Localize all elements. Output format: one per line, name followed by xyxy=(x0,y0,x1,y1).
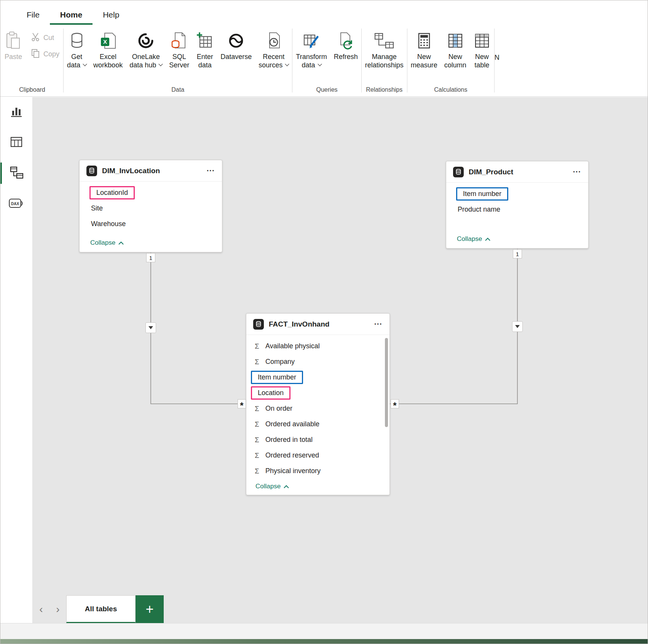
collapse-link[interactable]: Collapse xyxy=(80,239,222,252)
tab-scroll-right-button[interactable]: › xyxy=(49,595,66,623)
recent-sources-button[interactable]: Recent sources xyxy=(255,29,292,70)
report-view-button[interactable] xyxy=(0,97,32,128)
cut-icon xyxy=(31,32,40,43)
relationship-line-product-fact[interactable] xyxy=(390,249,517,404)
ribbon-group-clipboard: Paste Cut xyxy=(1,25,63,96)
field-row[interactable]: Σ Company xyxy=(246,354,389,370)
onelake-data-hub-button[interactable]: OneLake data hub xyxy=(126,29,166,70)
menu-home[interactable]: Home xyxy=(50,10,93,25)
field-row[interactable]: Location xyxy=(246,385,389,401)
field-row[interactable]: Σ Ordered in total xyxy=(246,432,389,448)
cut-button[interactable]: Cut xyxy=(31,32,59,43)
model-view-button[interactable] xyxy=(0,158,32,188)
tab-label: All tables xyxy=(85,605,117,613)
cardinality-text: * xyxy=(393,400,396,411)
field-row[interactable]: Σ On order xyxy=(246,401,389,416)
model-canvas[interactable]: DIM_InvLocation ••• LocationId Site Ware… xyxy=(33,97,648,623)
new-table-button[interactable]: New table xyxy=(470,29,494,70)
table-card-dim-product[interactable]: DIM_Product ••• Item number Product name… xyxy=(446,161,589,249)
relationship-direction-arrow[interactable] xyxy=(145,322,156,333)
button-label: Refresh xyxy=(334,53,358,61)
field-row[interactable]: LocationId xyxy=(80,185,222,201)
button-label: New xyxy=(475,53,489,61)
more-options-icon[interactable]: ••• xyxy=(573,169,581,175)
tab-all-tables[interactable]: All tables xyxy=(66,595,136,623)
field-list: LocationId Site Warehouse xyxy=(80,182,222,232)
table-card-header[interactable]: DIM_InvLocation ••• xyxy=(80,160,222,182)
new-measure-button[interactable]: New measure xyxy=(407,29,441,70)
dataverse-button[interactable]: Dataverse xyxy=(217,29,255,62)
table-card-header[interactable]: FACT_InvOnhand ••• xyxy=(246,314,389,335)
field-row[interactable]: Product name xyxy=(446,202,588,217)
relationships-group-label: Relationships xyxy=(362,86,407,96)
field-row[interactable]: Σ Ordered available xyxy=(246,416,389,432)
paste-button[interactable]: Paste xyxy=(1,29,26,62)
cardinality-one-label: 1 xyxy=(513,249,522,258)
field-label-highlighted[interactable]: Item number xyxy=(251,371,303,384)
button-label: relationships xyxy=(365,61,404,69)
get-data-button[interactable]: Get data xyxy=(64,29,90,70)
more-options-icon[interactable]: ••• xyxy=(207,168,215,174)
chevron-up-icon xyxy=(485,238,490,241)
transform-data-button[interactable]: Transform data xyxy=(292,29,330,70)
collapse-link[interactable]: Collapse xyxy=(246,483,389,495)
chevron-down-icon xyxy=(285,62,289,66)
field-label-highlighted[interactable]: LocationId xyxy=(89,186,135,199)
field-row[interactable]: Warehouse xyxy=(80,216,222,232)
field-label: Physical inventory xyxy=(265,467,321,475)
field-row[interactable]: Item number xyxy=(246,370,389,385)
field-row[interactable]: Item number xyxy=(446,186,588,202)
field-row[interactable]: Σ Physical inventory xyxy=(246,463,389,479)
sql-server-button[interactable]: SQL Server xyxy=(166,29,193,70)
cardinality-text: 1 xyxy=(149,255,152,261)
table-card-header[interactable]: DIM_Product ••• xyxy=(446,161,588,183)
excel-workbook-button[interactable]: X Excel workbook xyxy=(90,29,126,70)
relationship-direction-arrow[interactable] xyxy=(512,321,523,332)
tab-scroll-left-button[interactable]: ‹ xyxy=(33,595,49,623)
sigma-icon: Σ xyxy=(255,467,265,475)
table-card-dim-invlocation[interactable]: DIM_InvLocation ••• LocationId Site Ware… xyxy=(79,160,222,252)
field-row[interactable]: Σ Ordered reserved xyxy=(246,448,389,463)
status-bar xyxy=(0,623,648,639)
clipboard-group-label: Clipboard xyxy=(1,86,63,96)
collapse-label: Collapse xyxy=(457,235,482,243)
collapse-link[interactable]: Collapse xyxy=(446,235,588,248)
field-label: Ordered reserved xyxy=(265,451,319,459)
field-label: Product name xyxy=(458,206,500,214)
menu-file[interactable]: File xyxy=(16,10,50,25)
new-measure-icon xyxy=(415,30,433,50)
sigma-icon: Σ xyxy=(255,420,265,429)
relationship-line-invlocation-fact[interactable] xyxy=(151,253,246,404)
enter-data-button[interactable]: Enter data xyxy=(193,29,217,70)
table-view-button[interactable] xyxy=(0,128,32,158)
field-label: On order xyxy=(265,405,292,413)
field-label-highlighted[interactable]: Item number xyxy=(456,187,508,201)
button-label: data xyxy=(67,61,80,69)
calculations-group-label: Calculations xyxy=(407,86,494,96)
table-card-fact-invonhand[interactable]: FACT_InvOnhand ••• Σ Available physical … xyxy=(246,313,390,495)
button-label: Manage xyxy=(372,53,397,61)
copy-button[interactable]: Copy xyxy=(31,49,59,60)
refresh-button[interactable]: Refresh xyxy=(330,29,361,62)
menubar: File Home Help xyxy=(0,0,648,25)
dax-query-view-icon: DAX xyxy=(9,197,24,210)
field-list: Σ Available physical Σ Company Item numb… xyxy=(246,335,389,479)
ribbon-group-relationships: Manage relationships Relationships xyxy=(362,25,407,96)
sigma-icon: Σ xyxy=(255,436,265,444)
ribbon-group-queries: Transform data Refresh xyxy=(292,25,361,96)
new-column-button[interactable]: New column xyxy=(441,29,470,70)
arrow-down-icon xyxy=(515,325,520,328)
add-layout-button[interactable]: + xyxy=(136,595,164,623)
field-row[interactable]: Σ Available physical xyxy=(246,338,389,354)
field-label-highlighted[interactable]: Location xyxy=(251,386,290,400)
menu-help[interactable]: Help xyxy=(93,10,129,25)
card-scrollbar[interactable] xyxy=(385,338,388,427)
desktop-edge-strip xyxy=(0,639,648,644)
dax-query-view-button[interactable]: DAX xyxy=(0,188,32,219)
manage-relationships-button[interactable]: Manage relationships xyxy=(362,29,407,70)
more-options-icon[interactable]: ••• xyxy=(374,322,383,327)
copy-label: Copy xyxy=(43,50,59,58)
field-row[interactable]: Site xyxy=(80,201,222,216)
field-label: Company xyxy=(265,358,295,366)
cardinality-one-label: 1 xyxy=(146,253,155,262)
